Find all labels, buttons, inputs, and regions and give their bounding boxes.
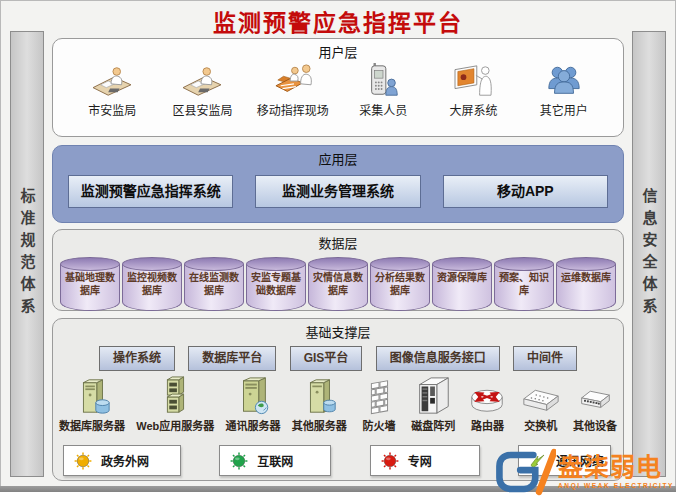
database-row: 基础地理数据库 监控视频数据库 在线监测数据库 安监专题基础数据库 灾情信息数据… <box>53 257 623 311</box>
device-other-server[interactable]: 其他服务器 <box>292 376 347 433</box>
network-label: 互联网 <box>257 452 293 469</box>
device-web-server[interactable]: Web应用服务器 <box>136 376 214 433</box>
network-internet[interactable]: 互联网 <box>219 445 331 476</box>
web-server-icon <box>154 376 196 416</box>
platform-os[interactable]: 操作系统 <box>99 346 175 371</box>
data-layer-label: 数据层 <box>53 230 623 252</box>
device-label: 其他服务器 <box>292 417 347 433</box>
network-gov-extranet[interactable]: 政务外网 <box>63 445 181 476</box>
user-item-label: 其它用户 <box>540 101 588 118</box>
database-label: 基础地理数据库 <box>62 271 118 297</box>
device-label: 交换机 <box>524 417 557 433</box>
comm-server-icon <box>232 376 274 416</box>
user-group-icon <box>541 63 587 99</box>
platform-gis[interactable]: GIS平台 <box>290 346 363 371</box>
user-item-other-users[interactable]: 其它用户 <box>519 63 609 118</box>
page-title: 监测预警应急指挥平台 <box>0 4 676 38</box>
device-switch[interactable]: 交换机 <box>520 376 562 433</box>
globe-icon <box>230 452 248 470</box>
big-screen-icon <box>450 63 496 99</box>
security-system-bar: 信息安全体系 <box>632 31 666 477</box>
user-layer-items: 市安监局 区县安监局 <box>53 63 623 118</box>
platform-row: 操作系统 数据库平台 GIS平台 图像信息服务接口 中间件 <box>99 346 577 371</box>
database-label: 在线监测数据库 <box>186 271 242 297</box>
platform-database[interactable]: 数据库平台 <box>188 346 276 371</box>
field-command-icon <box>270 63 316 99</box>
database-cylinder[interactable]: 在线监测数据库 <box>184 257 244 311</box>
network-label: 专网 <box>408 452 432 469</box>
database-cylinder[interactable]: 预案、知识库 <box>494 257 554 311</box>
database-label: 灾情信息数据库 <box>310 271 366 297</box>
database-cylinder[interactable]: 基础地理数据库 <box>60 257 120 311</box>
database-cylinder[interactable]: 运维数据库 <box>556 257 616 311</box>
other-equipment-icon <box>574 376 616 416</box>
device-label: 路由器 <box>471 417 504 433</box>
system-mobile-app-button[interactable]: 移动APP <box>443 175 608 208</box>
vendor-name: 盎柒弱电 <box>558 455 662 480</box>
router-icon <box>466 376 508 416</box>
database-cylinder[interactable]: 分析结果数据库 <box>370 257 430 311</box>
device-label: 其他设备 <box>573 417 617 433</box>
database-cylinder[interactable]: 安监专题基础数据库 <box>246 257 306 311</box>
database-icon <box>122 257 182 271</box>
user-item-label: 市安监局 <box>88 101 136 118</box>
database-cylinder[interactable]: 灾情信息数据库 <box>308 257 368 311</box>
platform-architecture-diagram: 监测预警应急指挥平台 标准规范体系 信息安全体系 用户层 市安监局 <box>0 0 676 500</box>
device-db-server[interactable]: 数据库服务器 <box>59 376 125 433</box>
support-layer-label: 基础支撑层 <box>53 319 623 341</box>
user-layer-label: 用户层 <box>53 39 623 61</box>
database-label: 监控视频数据库 <box>124 271 180 297</box>
desk-officer-icon <box>89 63 135 99</box>
user-item-label: 区县安监局 <box>172 101 232 118</box>
database-cylinder[interactable]: 资源保障库 <box>432 257 492 311</box>
globe-icon <box>74 452 92 470</box>
application-layer: 应用层 监测预警应急指挥系统 监测业务管理系统 移动APP <box>52 145 624 223</box>
device-label: 磁盘阵列 <box>411 417 455 433</box>
database-icon <box>556 257 616 271</box>
user-item-big-screen[interactable]: 大屏系统 <box>428 63 518 118</box>
other-server-icon <box>298 376 340 416</box>
database-server-icon <box>71 376 113 416</box>
platform-middleware[interactable]: 中间件 <box>513 346 577 371</box>
database-icon <box>60 257 120 271</box>
user-item-mobile-command[interactable]: 移动指挥现场 <box>248 63 338 118</box>
device-label: 防火墙 <box>362 417 395 433</box>
device-comm-server[interactable]: 通讯服务器 <box>226 376 281 433</box>
device-other-equipment[interactable]: 其他设备 <box>573 376 617 433</box>
database-label: 预案、知识库 <box>496 271 552 297</box>
device-label: 数据库服务器 <box>59 417 125 433</box>
database-icon <box>246 257 306 271</box>
user-item-label: 采集人员 <box>359 101 407 118</box>
platform-image-service[interactable]: 图像信息服务接口 <box>376 346 500 371</box>
device-label: Web应用服务器 <box>136 417 214 433</box>
user-item-collectors[interactable]: 采集人员 <box>338 63 428 118</box>
disk-array-icon <box>412 376 454 416</box>
database-label: 运维数据库 <box>558 271 614 284</box>
user-layer: 用户层 市安监局 <box>52 38 624 137</box>
user-item-label: 移动指挥现场 <box>257 101 329 118</box>
user-item-district-bureau[interactable]: 区县安监局 <box>157 63 247 118</box>
mobile-collector-icon <box>360 63 406 99</box>
standards-system-bar: 标准规范体系 <box>10 31 44 477</box>
device-disk-array[interactable]: 磁盘阵列 <box>411 376 455 433</box>
standards-system-label: 标准规范体系 <box>17 188 38 320</box>
device-firewall[interactable]: 防火墙 <box>358 376 400 433</box>
user-item-label: 大屏系统 <box>449 101 497 118</box>
vendor-watermark: 盎柒弱电 ANQI WEAK ELECTRICITY <box>490 446 674 498</box>
application-systems: 监测预警应急指挥系统 监测业务管理系统 移动APP <box>68 175 608 208</box>
database-cylinder[interactable]: 监控视频数据库 <box>122 257 182 311</box>
device-label: 通讯服务器 <box>226 417 281 433</box>
vendor-logo-icon <box>490 446 556 498</box>
system-business-button[interactable]: 监测业务管理系统 <box>255 175 420 208</box>
application-layer-label: 应用层 <box>53 146 623 168</box>
firewall-icon <box>358 376 400 416</box>
network-private[interactable]: 专网 <box>370 445 480 476</box>
user-item-city-bureau[interactable]: 市安监局 <box>67 63 157 118</box>
database-icon <box>184 257 244 271</box>
system-command-button[interactable]: 监测预警应急指挥系统 <box>68 175 233 208</box>
data-layer: 数据层 基础地理数据库 监控视频数据库 在线监测数据库 安监专题基础数据库 灾情… <box>52 229 624 311</box>
database-icon <box>308 257 368 271</box>
device-router[interactable]: 路由器 <box>466 376 508 433</box>
database-icon <box>432 257 492 271</box>
database-label: 安监专题基础数据库 <box>248 271 304 297</box>
